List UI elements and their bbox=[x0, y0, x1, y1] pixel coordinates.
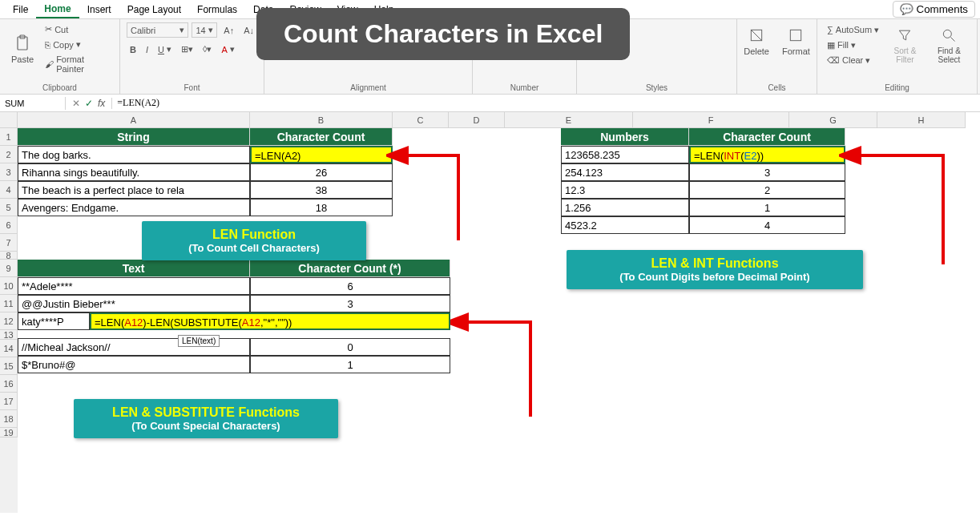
format-painter-button[interactable]: 🖌Format Painter bbox=[42, 53, 113, 75]
cell-F4[interactable]: 2 bbox=[689, 181, 845, 199]
paste-button[interactable]: Paste bbox=[6, 30, 38, 67]
cell-A12[interactable]: katy****P bbox=[18, 312, 90, 330]
cell-E2[interactable]: 123658.235 bbox=[561, 146, 689, 163]
col-header-A[interactable]: A bbox=[18, 112, 250, 128]
fill-color-button[interactable]: ◊▾ bbox=[200, 42, 215, 56]
cell-A2[interactable]: The dog barks. bbox=[18, 146, 250, 163]
row-header-10[interactable]: 10 bbox=[0, 277, 18, 295]
cell-B15[interactable]: 1 bbox=[250, 356, 450, 373]
cell-F5[interactable]: 1 bbox=[689, 199, 845, 216]
cell-E3[interactable]: 254.123 bbox=[561, 163, 689, 181]
row-header-8[interactable]: 8 bbox=[0, 252, 18, 260]
cell-E1[interactable]: Numbers bbox=[561, 128, 689, 146]
select-all-corner[interactable] bbox=[0, 112, 18, 128]
row-header-13[interactable]: 13 bbox=[0, 330, 18, 340]
bold-button[interactable]: B bbox=[127, 43, 139, 56]
menu-home[interactable]: Home bbox=[36, 1, 79, 18]
row-header-15[interactable]: 15 bbox=[0, 357, 18, 375]
cell-F1[interactable]: Character Count bbox=[689, 128, 845, 146]
cell-B2[interactable]: =LEN(A2) bbox=[250, 146, 393, 163]
cell-A4[interactable]: The beach is a perfect place to rela bbox=[18, 181, 250, 199]
cell-B14[interactable]: 0 bbox=[250, 338, 450, 356]
enter-icon[interactable]: ✓ bbox=[85, 98, 93, 109]
row-header-19[interactable]: 19 bbox=[0, 428, 18, 437]
cell-E6[interactable]: 4523.2 bbox=[561, 216, 689, 234]
row-header-4[interactable]: 4 bbox=[0, 181, 18, 199]
cell-A1[interactable]: String bbox=[18, 128, 250, 146]
menu-file[interactable]: File bbox=[5, 2, 36, 18]
row-header-5[interactable]: 5 bbox=[0, 199, 18, 216]
cell-A5[interactable]: Avengers: Endgame. bbox=[18, 199, 250, 216]
row-header-11[interactable]: 11 bbox=[0, 295, 18, 312]
col-header-H[interactable]: H bbox=[877, 112, 966, 128]
underline-button[interactable]: U▾ bbox=[155, 42, 175, 56]
clear-button[interactable]: ⌫Clear▾ bbox=[824, 54, 882, 67]
chevron-down-icon: ▾ bbox=[874, 25, 879, 35]
row-header-18[interactable]: 18 bbox=[0, 410, 18, 428]
name-box[interactable]: SUM bbox=[0, 97, 66, 110]
row-header-17[interactable]: 17 bbox=[0, 393, 18, 410]
col-header-E[interactable]: E bbox=[505, 112, 633, 128]
decrease-font-icon[interactable]: A↓ bbox=[240, 24, 257, 37]
svg-line-3 bbox=[751, 30, 761, 40]
find-select-button[interactable]: Find & Select bbox=[928, 22, 970, 67]
formula-input[interactable] bbox=[112, 95, 980, 111]
menu-page-layout[interactable]: Page Layout bbox=[119, 2, 189, 18]
cell-B12[interactable]: =LEN(A12)-LEN(SUBSTITUTE(A12,"*","")) bbox=[90, 312, 450, 330]
font-color-button[interactable]: A▾ bbox=[218, 42, 237, 56]
format-button[interactable]: Format bbox=[777, 22, 815, 59]
cell-E4[interactable]: 12.3 bbox=[561, 181, 689, 199]
col-header-G[interactable]: G bbox=[789, 112, 877, 128]
row-header-16[interactable]: 16 bbox=[0, 375, 18, 393]
comments-button[interactable]: 💬 Comments bbox=[893, 1, 975, 18]
col-header-F[interactable]: F bbox=[633, 112, 789, 128]
menu-insert[interactable]: Insert bbox=[79, 2, 119, 18]
copy-button[interactable]: ⎘Copy▾ bbox=[42, 38, 113, 51]
cell-A11[interactable]: @@Justin Bieber*** bbox=[18, 295, 250, 312]
autosum-button[interactable]: ∑AutoSum▾ bbox=[824, 23, 882, 37]
fx-icon[interactable]: fx bbox=[98, 98, 105, 109]
col-header-C[interactable]: C bbox=[393, 112, 449, 128]
row-header-9[interactable]: 9 bbox=[0, 260, 18, 277]
sort-filter-button[interactable]: Sort & Filter bbox=[885, 22, 925, 67]
cancel-icon[interactable]: ✕ bbox=[72, 98, 80, 109]
cell-B3[interactable]: 26 bbox=[250, 163, 393, 181]
cell-B4[interactable]: 38 bbox=[250, 181, 393, 199]
cell-F6[interactable]: 4 bbox=[689, 216, 845, 234]
callout-len-title: LEN Function bbox=[153, 228, 355, 242]
cell-A9[interactable]: Text bbox=[18, 260, 250, 277]
cell-E5[interactable]: 1.256 bbox=[561, 199, 689, 216]
cell-F3[interactable]: 3 bbox=[689, 163, 845, 181]
row-header-3[interactable]: 3 bbox=[0, 163, 18, 181]
cell-B9[interactable]: Character Count (*) bbox=[250, 260, 450, 277]
border-button[interactable]: ⊞▾ bbox=[178, 42, 196, 56]
font-name-dropdown[interactable]: Calibri▾ bbox=[127, 22, 188, 38]
delete-button[interactable]: Delete bbox=[739, 22, 774, 59]
cell-B5[interactable]: 18 bbox=[250, 199, 393, 216]
font-size-dropdown[interactable]: 14▾ bbox=[192, 22, 217, 38]
row-header-7[interactable]: 7 bbox=[0, 234, 18, 252]
cell-B1[interactable]: Character Count bbox=[250, 128, 393, 146]
col-header-B[interactable]: B bbox=[250, 112, 393, 128]
menu-formulas[interactable]: Formulas bbox=[189, 2, 245, 18]
row-header-1[interactable]: 1 bbox=[0, 128, 18, 146]
cell-B11[interactable]: 3 bbox=[250, 295, 450, 312]
row-header-6[interactable]: 6 bbox=[0, 216, 18, 234]
fill-button[interactable]: ▦Fill▾ bbox=[824, 38, 882, 52]
cut-button[interactable]: ✂Cut bbox=[42, 22, 113, 36]
arrow-lensub bbox=[450, 312, 563, 425]
cell-A10[interactable]: **Adele**** bbox=[18, 277, 250, 295]
alignment-group-label: Alignment bbox=[271, 82, 466, 92]
cell-A3[interactable]: Rihanna sings beautifully. bbox=[18, 163, 250, 181]
row-header-12[interactable]: 12 bbox=[0, 312, 18, 330]
grid-body[interactable]: String Character Count The dog barks. =L… bbox=[18, 128, 966, 513]
callout-lensub: LEN & SUBSTITUTE Functions (To Count Spe… bbox=[74, 399, 338, 438]
row-header-14[interactable]: 14 bbox=[0, 340, 18, 357]
italic-button[interactable]: I bbox=[143, 43, 151, 56]
cell-A15[interactable]: $*Bruno#@ bbox=[18, 356, 250, 373]
col-header-D[interactable]: D bbox=[449, 112, 505, 128]
increase-font-icon[interactable]: A↑ bbox=[220, 24, 237, 37]
cell-B10[interactable]: 6 bbox=[250, 277, 450, 295]
cell-F2[interactable]: =LEN(INT(E2)) bbox=[689, 146, 845, 163]
row-header-2[interactable]: 2 bbox=[0, 146, 18, 163]
